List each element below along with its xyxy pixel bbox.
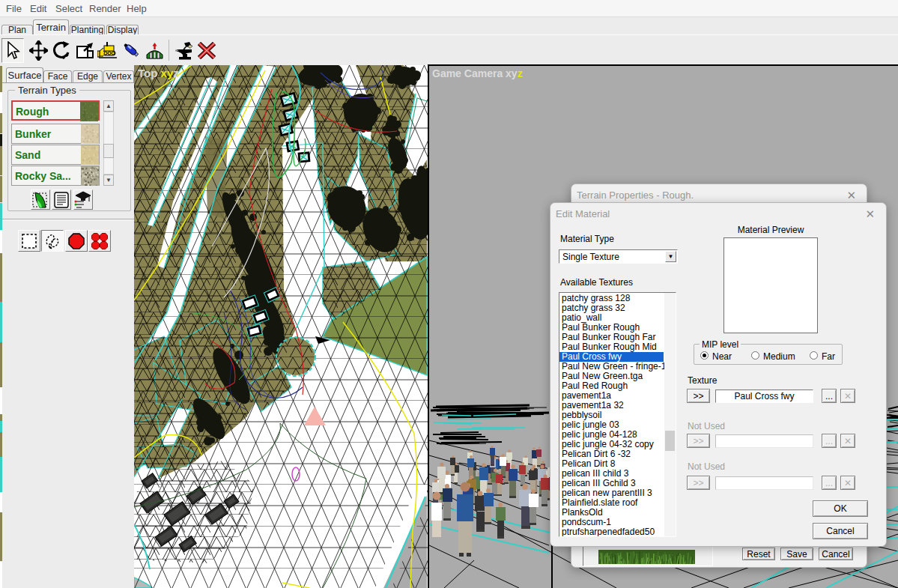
svg-text:Top xyz: Top xyz [138,67,179,79]
svg-text:Game Camera xyz: Game Camera xyz [432,67,523,79]
